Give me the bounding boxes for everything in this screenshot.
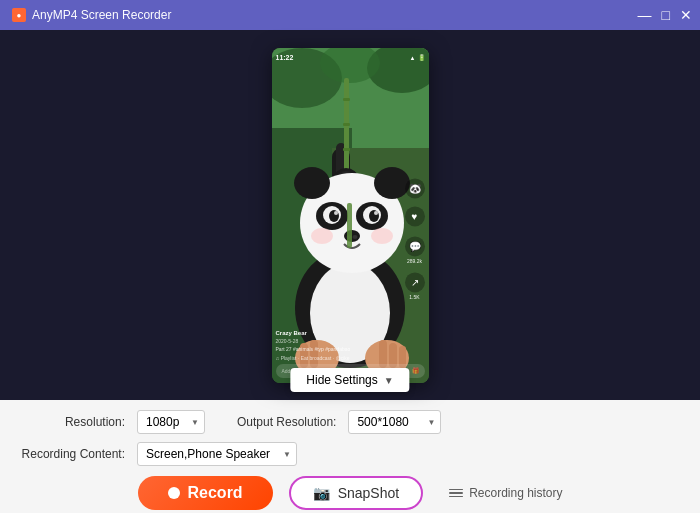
record-dot-icon xyxy=(168,487,180,499)
share-icon: ↗ xyxy=(405,272,425,292)
settings-panel: Resolution: 720p 1080p 1440p 4K Output R… xyxy=(0,400,700,513)
snapshot-button[interactable]: 📷 SnapShot xyxy=(289,476,424,510)
comment-count: 289.2k xyxy=(407,258,422,264)
hamburger-icon xyxy=(449,489,463,498)
action-buttons-row: Record 📷 SnapShot Recording history xyxy=(20,474,680,510)
hamburger-line-1 xyxy=(449,489,463,491)
recording-content-row: Recording Content: Screen,Phone Speaker … xyxy=(20,442,680,466)
tiktok-right-icons: 🐼 ♥ 💬 289.2k ↗ 1.5K xyxy=(405,178,425,300)
recording-history-button[interactable]: Recording history xyxy=(449,486,562,500)
resolution-label: Resolution: xyxy=(20,415,125,429)
recording-content-select[interactable]: Screen,Phone Speaker Screen Only Screen,… xyxy=(137,442,297,466)
status-time: 11:22 xyxy=(276,54,294,61)
like-icon: ♥ xyxy=(405,206,425,226)
tiktok-ui-overlay: 11:22 ▲🔋 🐼 ♥ 💬 289.2k ↗ 1.5K Crazy Bear … xyxy=(272,48,429,383)
minimize-button[interactable]: — xyxy=(638,8,652,22)
hide-settings-chevron-icon: ▼ xyxy=(384,375,394,386)
close-button[interactable]: ✕ xyxy=(680,8,692,22)
title-bar-left: ● AnyMP4 Screen Recorder xyxy=(12,8,171,22)
recording-content-select-wrapper[interactable]: Screen,Phone Speaker Screen Only Screen,… xyxy=(137,442,297,466)
phone-preview: 11:22 ▲🔋 🐼 ♥ 💬 289.2k ↗ 1.5K Crazy Bear … xyxy=(272,48,429,383)
maximize-button[interactable]: □ xyxy=(662,8,670,22)
tiktok-playlist: ♫ Playlist · Eat broadcast · @cike xyxy=(276,355,401,361)
preview-area: 11:22 ▲🔋 🐼 ♥ 💬 289.2k ↗ 1.5K Crazy Bear … xyxy=(0,30,700,400)
title-bar: ● AnyMP4 Screen Recorder — □ ✕ xyxy=(0,0,700,30)
tiktok-bottom-info: Crazy Bear 2020-5-28 Part 27 #animals #t… xyxy=(276,330,401,361)
hamburger-line-2 xyxy=(449,492,463,494)
record-label: Record xyxy=(188,484,243,502)
resolution-select[interactable]: 720p 1080p 1440p 4K xyxy=(137,410,205,434)
share-count: 1.5K xyxy=(409,294,419,300)
tiktok-username: Crazy Bear xyxy=(276,330,401,336)
snapshot-label: SnapShot xyxy=(338,485,400,501)
window-controls: — □ ✕ xyxy=(638,8,692,22)
status-icons: ▲🔋 xyxy=(410,54,425,61)
resolution-row: Resolution: 720p 1080p 1440p 4K Output R… xyxy=(20,410,680,434)
recording-content-label: Recording Content: xyxy=(20,447,125,461)
camera-icon: 📷 xyxy=(313,485,330,501)
hamburger-line-3 xyxy=(449,496,463,498)
recording-history-label: Recording history xyxy=(469,486,562,500)
phone-status-bar: 11:22 ▲🔋 xyxy=(276,50,425,66)
app-title: AnyMP4 Screen Recorder xyxy=(32,8,171,22)
comment-icon: 💬 xyxy=(405,236,425,256)
tiktok-date: 2020-5-28 xyxy=(276,338,401,344)
app-icon: ● xyxy=(12,8,26,22)
hide-settings-button[interactable]: Hide Settings ▼ xyxy=(290,368,409,392)
tiktok-description: Part 27 #animals #typ #pandabao xyxy=(276,346,401,353)
output-resolution-label: Output Resolution: xyxy=(237,415,336,429)
hide-settings-label: Hide Settings xyxy=(306,373,377,387)
resolution-select-wrapper[interactable]: 720p 1080p 1440p 4K xyxy=(137,410,205,434)
record-button[interactable]: Record xyxy=(138,476,273,510)
output-resolution-select[interactable]: 500*1080 720*1280 1080*1920 xyxy=(348,410,441,434)
output-resolution-select-wrapper[interactable]: 500*1080 720*1280 1080*1920 xyxy=(348,410,441,434)
profile-icon: 🐼 xyxy=(405,178,425,198)
